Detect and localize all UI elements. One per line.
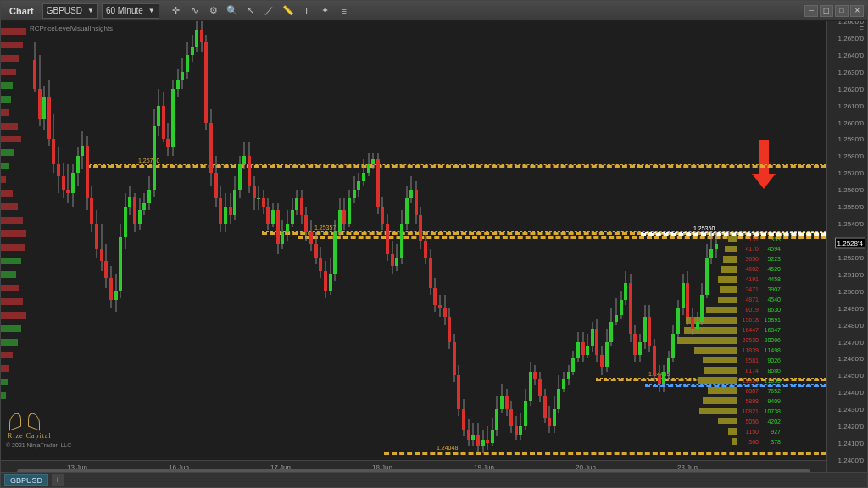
volume-profile-row: 80198630 <box>706 306 781 314</box>
volume-profile-left-bar <box>1 136 21 142</box>
y-tick: 1.2440'0 <box>838 389 864 396</box>
volume-profile-row: 131353 <box>728 235 781 243</box>
tab-gbpusd[interactable]: GBPUSD <box>4 474 48 486</box>
interval-value: 60 Minute <box>106 6 143 15</box>
y-tick: 1.2400'0 <box>838 457 864 464</box>
line-tool-icon[interactable]: ／ <box>263 4 276 18</box>
volume-profile-row: 81748686 <box>704 366 781 374</box>
cursor-icon[interactable]: ↖ <box>244 4 258 18</box>
volume-profile-row: 2053020096 <box>677 336 781 345</box>
y-tick: 1.2620'0 <box>838 85 864 92</box>
list-icon[interactable]: ≡ <box>337 4 351 18</box>
price-level-label: 1.25750 <box>136 158 161 164</box>
chart-area[interactable]: RCPriceLevelVisualInsights Rize Capital … <box>1 21 867 472</box>
crosshair-icon[interactable]: ✛ <box>170 4 183 18</box>
volume-profile-left-bar <box>1 230 26 237</box>
brand-name: Rize Capital <box>8 432 52 440</box>
plot-region[interactable]: RCPriceLevelVisualInsights Rize Capital … <box>1 21 826 460</box>
volume-profile-left-bar <box>1 217 23 224</box>
maximize-button[interactable]: □ <box>835 5 849 17</box>
volume-profile-row: 1192411655 <box>698 376 781 385</box>
chevron-down-icon: ▼ <box>87 7 94 14</box>
volume-profile-left-bar <box>1 176 6 183</box>
y-tick: 1.2600'0 <box>838 119 864 126</box>
interval-select[interactable]: 60 Minute ▼ <box>102 3 159 19</box>
snap-icon[interactable]: ✦ <box>319 4 332 18</box>
scroll-thumb[interactable] <box>17 469 810 472</box>
y-tick: 1.2470'0 <box>838 338 864 346</box>
y-tick: 1.2500'0 <box>838 287 864 295</box>
volume-profile-left-bar <box>1 379 8 385</box>
y-tick: 1.2630'0 <box>838 68 864 75</box>
price-level-label: 1.25350 <box>692 225 716 231</box>
close-button[interactable]: ✕ <box>850 5 864 17</box>
zoom-icon[interactable]: 🔍 <box>225 4 239 18</box>
y-tick: 1.2610'0 <box>838 102 864 109</box>
volume-profile-left-bar <box>1 123 18 130</box>
volume-profile-left-bar <box>1 82 13 89</box>
volume-profile-left-bar <box>1 392 6 399</box>
y-tick: 1.2490'0 <box>838 304 864 312</box>
volume-profile-row: 58989409 <box>703 396 781 405</box>
symbol-value: GBPUSD <box>47 6 82 15</box>
volume-profile-row: 1183911498 <box>694 347 781 355</box>
volume-profile-left-bar <box>1 163 9 169</box>
y-tick: 1.2540'0 <box>838 220 864 228</box>
scrollbar-horizontal[interactable] <box>1 469 826 472</box>
volume-profile-left-bar <box>1 190 13 197</box>
volume-profile-left-bar <box>1 55 19 62</box>
y-tick: 1.2560'0 <box>838 186 864 194</box>
volume-profile-left-bar <box>1 28 26 35</box>
toolbar: Chart GBPUSD ▼ 60 Minute ▼ ✛ ∿ ⚙ 🔍 ↖ ／ 📏… <box>1 1 867 21</box>
volume-profile-left-bar <box>1 149 14 156</box>
toolbar-icons: ✛ ∿ ⚙ 🔍 ↖ ／ 📏 T ✦ ≡ <box>170 4 351 18</box>
volume-profile-row: 50564202 <box>718 417 781 425</box>
y-tick: 1.2410'0 <box>838 440 864 447</box>
copyright: © 2021 NinjaTrader, LLC <box>6 442 71 448</box>
chart-label: Chart <box>4 6 39 16</box>
volume-profile-row: 1082110738 <box>699 407 781 415</box>
volume-profile-left-bar <box>1 96 11 103</box>
y-tick: 1.2640'0 <box>838 51 864 58</box>
y-tick: 1.2480'0 <box>838 321 864 329</box>
volume-profile-row: 34713907 <box>720 286 781 294</box>
volume-profile-left-bar <box>1 42 23 48</box>
y-tick: 1.2580'0 <box>838 152 864 160</box>
y-tick: 1.2460'0 <box>838 355 864 363</box>
y-tick: 1.2450'0 <box>838 372 864 380</box>
volume-profile-row: 41764594 <box>725 245 781 253</box>
minimize-button[interactable]: ─ <box>804 5 818 17</box>
y-tick: 1.2590'0 <box>838 136 864 143</box>
add-tab-button[interactable]: + <box>52 474 64 486</box>
price-level-label: 1.24048 <box>435 445 459 451</box>
volume-profile-row: 46024520 <box>721 265 781 274</box>
y-tick: 1.2430'0 <box>838 406 864 413</box>
y-axis[interactable]: F 1.2400'01.2410'01.2420'01.2430'01.2440… <box>826 21 867 472</box>
volume-profile-row: 1150927 <box>728 427 781 435</box>
indicator-icon[interactable]: ∿ <box>188 4 202 18</box>
symbol-select[interactable]: GBPUSD ▼ <box>42 3 98 19</box>
text-icon[interactable]: T <box>300 4 314 18</box>
y-tick: 1.2650'0 <box>838 34 864 42</box>
volume-profile-left-bar <box>1 325 21 332</box>
volume-profile-left-bar <box>1 271 16 278</box>
y-tick: 1.2510'0 <box>838 270 864 278</box>
split-button[interactable]: ◫ <box>820 5 833 17</box>
volume-profile-left-bar <box>1 352 13 358</box>
volume-profile-row: 48714540 <box>718 296 781 304</box>
ruler-icon[interactable]: 📏 <box>281 4 295 18</box>
price-level-line <box>86 164 826 168</box>
volume-profile-row: 41914458 <box>718 275 781 284</box>
volume-profile-left-bar <box>1 69 16 75</box>
volume-profile-left-bar <box>1 109 9 116</box>
volume-profile-left-bar <box>1 365 9 372</box>
volume-profile-left-bar <box>1 258 21 264</box>
volume-profile-row: 68077652 <box>708 386 781 395</box>
y-tick: 1.2570'0 <box>838 169 864 177</box>
volume-profile-left-bar <box>1 339 18 346</box>
volume-profile-row: 36565223 <box>723 255 781 263</box>
app-window: Chart GBPUSD ▼ 60 Minute ▼ ✛ ∿ ⚙ 🔍 ↖ ／ 📏… <box>0 0 868 488</box>
volume-profile-left-bar <box>1 244 25 251</box>
chart-settings-icon[interactable]: ⚙ <box>207 4 220 18</box>
volume-profile-left-bar <box>1 203 18 210</box>
